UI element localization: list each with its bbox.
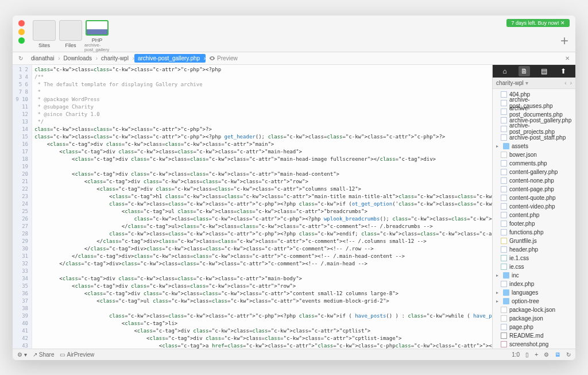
disclosure-triangle-icon: ▸ xyxy=(496,144,501,149)
file-item[interactable]: Gruntfile.js xyxy=(493,237,575,245)
share-button[interactable]: ↗ Share xyxy=(33,351,55,358)
trial-badge[interactable]: 7 days left. Buy now! ✕ xyxy=(506,19,570,27)
file-name: content-gallery.php xyxy=(509,169,558,175)
file-item[interactable]: package-lock.json xyxy=(493,306,575,314)
files-panel-icon[interactable]: 🗎 xyxy=(519,66,530,76)
folder-item[interactable]: ▸assets xyxy=(493,142,575,150)
folder-item[interactable]: ▸inc xyxy=(493,271,575,280)
file-icon xyxy=(501,264,507,270)
publish-icon[interactable]: ▤ xyxy=(538,67,550,75)
editor-pane: 1 2 3 4 5 6 7 8 9 10 11 12 13 14 15 16 1… xyxy=(13,65,492,349)
breadcrumb-item[interactable]: dianathai xyxy=(28,54,60,63)
file-icon xyxy=(501,324,507,330)
sync-icon[interactable]: ↻ xyxy=(566,351,571,358)
app-window: Sites Files PHP archive-post_gallery 7 d… xyxy=(13,16,575,360)
file-item[interactable]: content-none.php xyxy=(493,176,575,185)
tab-sites[interactable]: Sites xyxy=(32,19,57,52)
tab-current-file[interactable]: PHP archive-post_gallery xyxy=(84,19,110,52)
new-tab-button[interactable]: + xyxy=(560,33,568,49)
nav-back-icon[interactable]: ‹ xyxy=(564,80,566,86)
file-item[interactable]: comments.php xyxy=(493,159,575,168)
file-item[interactable]: content-gallery.php xyxy=(493,168,575,176)
files-icon xyxy=(59,20,82,41)
settings-gear-icon[interactable]: ⚙ ▾ xyxy=(17,351,27,358)
file-name: archive-post_staff.php xyxy=(509,134,566,141)
file-item[interactable]: archive-post_projects.php xyxy=(493,125,575,133)
tab-label: Files xyxy=(65,42,76,48)
line-numbers: 1 2 3 4 5 6 7 8 9 10 11 12 13 14 15 16 1… xyxy=(13,65,32,349)
file-item[interactable]: content-quote.php xyxy=(493,194,575,202)
code-editor[interactable]: class="c-kw">class=class="c-kw">class="c… xyxy=(32,65,492,349)
file-tree[interactable]: 404.phparchive-post_causes.phparchive-po… xyxy=(493,89,575,349)
monitor-icon[interactable]: 🖥 xyxy=(555,351,560,358)
zoom-window-button[interactable] xyxy=(18,37,25,44)
folder-icon xyxy=(503,272,509,279)
preview-toggle[interactable]: Preview xyxy=(209,55,238,61)
file-icon xyxy=(501,109,507,115)
add-button-icon[interactable]: + xyxy=(535,351,538,358)
breadcrumb-item[interactable]: charity-wpl xyxy=(98,54,134,63)
file-item[interactable]: ie.1.css xyxy=(493,254,575,262)
sites-icon xyxy=(33,20,56,41)
file-name: content-quote.php xyxy=(509,195,556,201)
file-icon xyxy=(501,195,507,201)
file-name: archive-post_projects.php xyxy=(509,122,573,135)
file-name: ie.1.css xyxy=(509,255,529,261)
file-name: comments.php xyxy=(509,160,547,167)
file-item[interactable]: archive-post_documents.php xyxy=(493,107,575,116)
disclosure-triangle-icon: ▸ xyxy=(496,273,501,278)
file-icon xyxy=(501,91,507,98)
folder-item[interactable]: ▸languages xyxy=(493,288,575,297)
file-name: languages xyxy=(512,289,538,296)
document-tabs: Sites Files PHP archive-post_gallery xyxy=(32,19,110,52)
folder-item[interactable]: ▸option-tree xyxy=(493,297,575,306)
file-name: package.json xyxy=(509,315,543,322)
file-item[interactable]: functions.php xyxy=(493,228,575,237)
file-name: ie.css xyxy=(509,264,524,270)
minimize-window-button[interactable] xyxy=(18,29,25,35)
file-item[interactable]: index.php xyxy=(493,280,575,288)
file-icon xyxy=(501,246,507,253)
sidebar-header[interactable]: charity-wpl ▾ ‹ › xyxy=(493,78,575,89)
file-item[interactable]: package.json xyxy=(493,314,575,323)
close-window-button[interactable] xyxy=(18,20,25,26)
file-name: bower.json xyxy=(509,152,537,158)
status-gear-icon[interactable]: ⚙ xyxy=(544,351,549,358)
refresh-icon[interactable]: ↻ xyxy=(16,53,25,63)
file-icon xyxy=(501,229,507,235)
file-icon xyxy=(501,160,507,167)
tab-files[interactable]: Files xyxy=(58,19,83,52)
upload-icon[interactable]: ⬆ xyxy=(558,67,569,75)
folder-icon xyxy=(503,298,509,304)
breadcrumb-close[interactable]: ✕ xyxy=(563,55,572,61)
file-item[interactable]: ie.css xyxy=(493,262,575,271)
file-icon xyxy=(501,186,507,192)
file-name: content-video.php xyxy=(509,203,555,210)
file-item[interactable]: screenshot.png xyxy=(493,340,575,349)
breadcrumb-item-current[interactable]: archive-post_gallery.php xyxy=(134,54,206,63)
airpreview-button[interactable]: ▭ AirPreview xyxy=(60,351,94,358)
file-item[interactable]: bower.json xyxy=(493,150,575,159)
file-item[interactable]: README.md xyxy=(493,331,575,340)
panel-toggle-icon[interactable]: ▯ xyxy=(525,351,529,358)
file-item[interactable]: content-page.php xyxy=(493,185,575,194)
file-item[interactable]: page.php xyxy=(493,323,575,331)
file-icon xyxy=(501,169,507,175)
file-icon xyxy=(501,152,507,158)
file-item[interactable]: archive-post_staff.php xyxy=(493,133,575,142)
file-item[interactable]: header.php xyxy=(493,245,575,254)
nav-forward-icon[interactable]: › xyxy=(570,80,572,86)
window-controls xyxy=(18,20,25,44)
eye-icon xyxy=(209,55,215,61)
file-sidebar: ⌂ 🗎 ▤ ⬆ charity-wpl ▾ ‹ › 404.phparchive… xyxy=(492,65,575,349)
breadcrumb-bar: ↻ dianathai Downloads charity-wpl archiv… xyxy=(13,52,575,65)
file-icon xyxy=(501,341,507,347)
file-item[interactable]: footer.php xyxy=(493,219,575,228)
file-item[interactable]: content-video.php xyxy=(493,202,575,211)
file-name: package-lock.json xyxy=(509,307,555,313)
home-icon[interactable]: ⌂ xyxy=(499,67,510,75)
file-item[interactable]: content.php xyxy=(493,211,575,219)
file-icon xyxy=(501,117,507,123)
breadcrumb-item[interactable]: Downloads xyxy=(60,54,98,63)
file-icon xyxy=(501,281,507,287)
